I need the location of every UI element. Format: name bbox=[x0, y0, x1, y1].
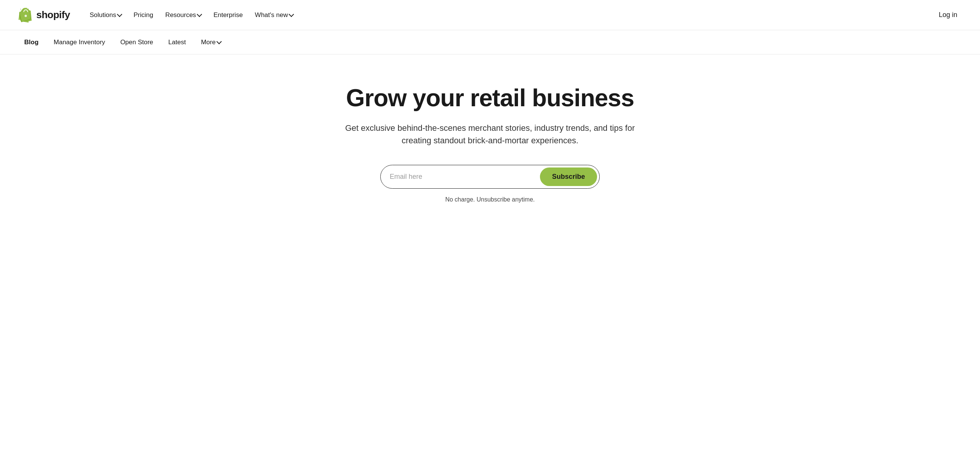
whats-new-chevron-icon bbox=[289, 12, 294, 17]
nav-whats-new[interactable]: What's new bbox=[250, 8, 298, 22]
subnav-latest[interactable]: Latest bbox=[162, 35, 192, 49]
nav-items: Solutions Pricing Resources Enterprise W… bbox=[85, 8, 298, 22]
subnav-more[interactable]: More bbox=[195, 35, 227, 49]
subnav-blog[interactable]: Blog bbox=[18, 35, 45, 49]
subscribe-button[interactable]: Subscribe bbox=[540, 167, 597, 186]
nav-resources[interactable]: Resources bbox=[161, 8, 206, 22]
solutions-chevron-icon bbox=[117, 12, 122, 17]
login-button[interactable]: Log in bbox=[934, 8, 962, 22]
hero-title: Grow your retail business bbox=[346, 85, 634, 111]
nav-pricing[interactable]: Pricing bbox=[129, 8, 158, 22]
nav-enterprise[interactable]: Enterprise bbox=[209, 8, 247, 22]
no-charge-text: No charge. Unsubscribe anytime. bbox=[445, 196, 535, 203]
email-form: Subscribe bbox=[380, 165, 600, 189]
hero-section: Grow your retail business Get exclusive … bbox=[0, 54, 980, 226]
logo-text: shopify bbox=[36, 9, 70, 21]
subnav-manage-inventory[interactable]: Manage Inventory bbox=[48, 35, 111, 49]
nav-solutions[interactable]: Solutions bbox=[85, 8, 126, 22]
shopify-logo-icon bbox=[18, 8, 33, 23]
svg-point-1 bbox=[25, 15, 27, 17]
email-input[interactable] bbox=[390, 173, 540, 181]
nav-left: shopify Solutions Pricing Resources Ente… bbox=[18, 8, 298, 23]
resources-chevron-icon bbox=[197, 12, 202, 17]
logo-link[interactable]: shopify bbox=[18, 8, 70, 23]
nav-right: Log in bbox=[934, 8, 962, 22]
main-navigation: shopify Solutions Pricing Resources Ente… bbox=[0, 0, 980, 30]
more-chevron-icon bbox=[216, 39, 222, 44]
subnav-open-store[interactable]: Open Store bbox=[114, 35, 159, 49]
sub-navigation: Blog Manage Inventory Open Store Latest … bbox=[0, 30, 980, 54]
hero-subtitle: Get exclusive behind-the-scenes merchant… bbox=[335, 122, 645, 147]
